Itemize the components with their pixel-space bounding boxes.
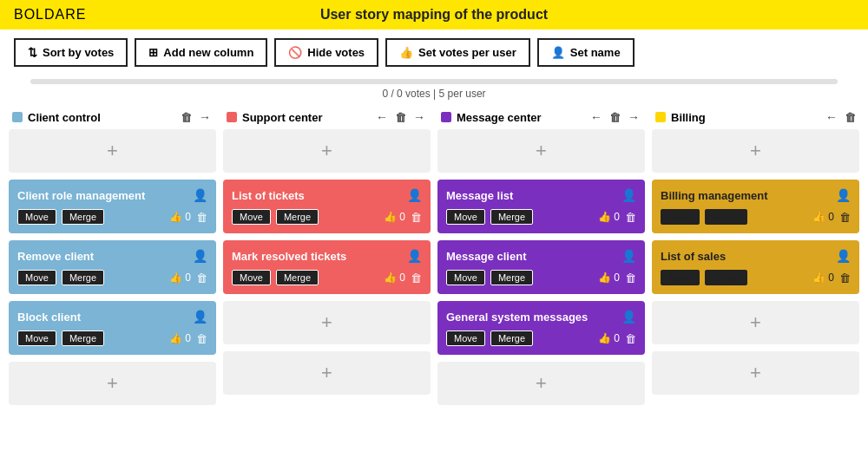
add-card-slot-bottom[interactable]: + <box>437 362 645 405</box>
card-title: List of tickets <box>232 189 407 202</box>
card-top: List of tickets 👤 <box>232 188 422 202</box>
move-button[interactable]: Move <box>232 209 271 225</box>
move-button[interactable]: Move <box>17 330 56 346</box>
merge-button[interactable]: Merge <box>276 270 319 285</box>
move-left-arrow[interactable]: ← <box>824 110 839 124</box>
thumbs-icon: 👍 <box>399 46 413 59</box>
hide-votes-button[interactable]: 🚫 Hide votes <box>274 38 378 67</box>
vote-count: 👍 0 <box>384 211 405 223</box>
card-title: Block client <box>17 311 193 324</box>
delete-card-icon[interactable]: 🗑 <box>625 332 636 345</box>
column-header: Billing ←🗑 <box>652 105 859 129</box>
sort-by-votes-button[interactable]: ⇅ Sort by votes <box>14 38 128 67</box>
delete-column-icon[interactable]: 🗑 <box>845 111 856 124</box>
card-top: Client role management 👤 <box>17 188 207 202</box>
move-button[interactable]: Move <box>446 209 485 225</box>
card-actions: Move Merge 👍 0 🗑 <box>232 270 422 285</box>
merge-button[interactable]: Merge <box>490 270 533 285</box>
set-name-button[interactable]: 👤 Set name <box>537 38 635 67</box>
move-button[interactable]: Move <box>17 270 56 285</box>
card-user-icon: 👤 <box>407 188 422 202</box>
card-title: Message client <box>446 250 621 263</box>
delete-column-icon[interactable]: 🗑 <box>181 111 192 124</box>
delete-column-icon[interactable]: 🗑 <box>395 111 406 124</box>
card: General system messages 👤 Move Merge 👍 0… <box>437 301 645 355</box>
card-top: General system messages 👤 <box>446 310 636 324</box>
add-new-column-button[interactable]: ⊞ Add new column <box>135 38 267 67</box>
move-button[interactable]: Move <box>661 209 700 225</box>
merge-button[interactable]: Merge <box>705 270 747 285</box>
thumbs-up-icon: 👍 <box>598 332 611 344</box>
merge-button[interactable]: Merge <box>490 330 533 346</box>
delete-card-icon[interactable]: 🗑 <box>411 272 422 285</box>
merge-button[interactable]: Merge <box>705 209 747 225</box>
move-button[interactable]: Move <box>232 270 271 285</box>
add-card-slot-top[interactable]: + <box>9 129 216 173</box>
thumbs-up-icon: 👍 <box>384 211 397 223</box>
merge-button[interactable]: Merge <box>62 270 104 285</box>
delete-card-icon[interactable]: 🗑 <box>625 211 636 224</box>
card: Billing management 👤 Move Merge 👍 0 🗑 <box>652 180 859 233</box>
move-left-arrow[interactable]: ← <box>589 110 604 124</box>
thumbs-up-icon: 👍 <box>169 332 182 344</box>
vote-bar-track <box>30 79 837 84</box>
thumbs-up-icon: 👍 <box>598 211 611 223</box>
merge-button[interactable]: Merge <box>62 209 104 225</box>
set-votes-per-user-button[interactable]: 👍 Set votes per user <box>385 38 530 67</box>
add-card-slot-bottom[interactable]: + <box>223 351 431 395</box>
vote-count: 👍 0 <box>598 272 620 284</box>
column-title: Client control <box>28 111 175 124</box>
card-user-icon: 👤 <box>193 249 207 263</box>
delete-card-icon[interactable]: 🗑 <box>411 211 422 224</box>
add-card-slot-bottom[interactable]: + <box>9 362 216 405</box>
vote-bar-container: 0 / 0 votes | 5 per user <box>0 75 868 105</box>
merge-button[interactable]: Merge <box>276 209 319 225</box>
move-button[interactable]: Move <box>446 270 485 285</box>
move-button[interactable]: Move <box>446 330 485 346</box>
delete-card-icon[interactable]: 🗑 <box>196 332 207 345</box>
delete-card-icon[interactable]: 🗑 <box>839 211 851 224</box>
move-left-arrow[interactable]: ← <box>374 110 390 124</box>
column-color-dot <box>655 112 666 122</box>
card-top: Block client 👤 <box>17 310 207 324</box>
card-user-icon: 👤 <box>621 249 636 263</box>
card-actions: Move Merge 👍 0 🗑 <box>17 209 207 225</box>
add-card-slot-mid[interactable]: + <box>223 301 431 344</box>
add-card-slot-mid[interactable]: + <box>652 301 859 344</box>
move-button[interactable]: Move <box>17 209 56 225</box>
vote-count: 👍 0 <box>598 332 620 344</box>
add-card-slot-top[interactable]: + <box>652 129 859 173</box>
card-actions: Move Merge 👍 0 🗑 <box>17 330 207 346</box>
add-card-slot-top[interactable]: + <box>223 129 431 173</box>
move-right-arrow[interactable]: → <box>626 110 641 124</box>
thumbs-up-icon: 👍 <box>384 272 397 284</box>
delete-card-icon[interactable]: 🗑 <box>839 272 851 285</box>
move-right-arrow[interactable]: → <box>197 110 213 124</box>
column-client-control: Client control 🗑→ + Client role manageme… <box>9 105 216 412</box>
vote-count: 👍 0 <box>384 272 405 284</box>
card-actions: Move Merge 👍 0 🗑 <box>232 209 422 225</box>
vote-label: 0 / 0 votes | 5 per user <box>382 88 485 100</box>
sort-icon: ⇅ <box>28 46 37 59</box>
vote-number: 0 <box>614 211 620 223</box>
merge-button[interactable]: Merge <box>62 330 104 346</box>
delete-card-icon[interactable]: 🗑 <box>196 272 207 285</box>
delete-card-icon[interactable]: 🗑 <box>196 211 207 224</box>
add-card-slot-bottom[interactable]: + <box>652 351 859 395</box>
delete-column-icon[interactable]: 🗑 <box>609 111 621 124</box>
move-right-arrow[interactable]: → <box>411 110 427 124</box>
column-title: Support center <box>242 111 369 124</box>
column-color-dot <box>227 112 237 122</box>
card-actions: Move Merge 👍 0 🗑 <box>17 270 207 285</box>
delete-card-icon[interactable]: 🗑 <box>625 272 636 285</box>
card-actions: Move Merge 👍 0 🗑 <box>661 209 851 225</box>
card-user-icon: 👤 <box>621 188 636 202</box>
move-button[interactable]: Move <box>661 270 700 285</box>
add-card-slot-top[interactable]: + <box>437 129 645 173</box>
card: Client role management 👤 Move Merge 👍 0 … <box>9 180 216 233</box>
vote-number: 0 <box>828 272 834 284</box>
column-message-center: Message center ←🗑→ + Message list 👤 Move… <box>437 105 645 412</box>
merge-button[interactable]: Merge <box>490 209 533 225</box>
column-title: Billing <box>671 111 819 124</box>
card-title: Billing management <box>661 189 836 202</box>
